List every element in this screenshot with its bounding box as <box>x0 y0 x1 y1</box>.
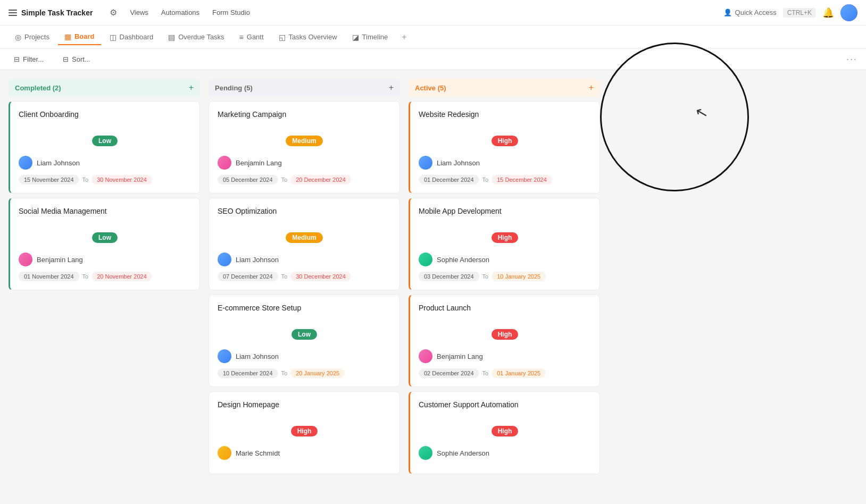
card-dates: 01 November 2024 To 20 November 2024 <box>19 272 191 281</box>
priority-row: Medium <box>218 232 391 248</box>
add-tab-button[interactable]: + <box>396 29 412 45</box>
app-title: Simple Task Tracker <box>21 9 93 17</box>
tab-dashboard[interactable]: ◫ Dashboard <box>103 30 160 45</box>
card-website-redesign[interactable]: Website Redesign High Liam Johnson 01 De… <box>409 101 600 194</box>
date-to: To <box>82 177 89 183</box>
tab-tasks-overview[interactable]: ◱ Tasks Overview <box>272 30 344 45</box>
tab-board[interactable]: ▦ Board <box>58 29 101 45</box>
user-icon: 👤 <box>723 9 732 16</box>
tab-gantt[interactable]: ≡ Gantt <box>233 30 270 45</box>
priority-badge: Low <box>92 232 118 243</box>
app-logo[interactable]: Simple Task Tracker <box>9 9 93 17</box>
tab-overdue-tasks[interactable]: ▤ Overdue Tasks <box>162 30 230 45</box>
nav-form-studio[interactable]: Form Studio <box>212 9 250 16</box>
nav-views[interactable]: Views <box>130 9 148 16</box>
date-to: To <box>281 273 288 280</box>
hamburger-menu[interactable] <box>9 10 17 16</box>
card-assignee: Benjamin Lang <box>419 349 591 363</box>
card-title: E-commerce Store Setup <box>218 304 391 312</box>
assignee-name: Benjamin Lang <box>437 352 483 360</box>
column-add-completed[interactable]: + <box>189 83 194 93</box>
card-title: Website Redesign <box>419 110 591 119</box>
card-title: Social Media Management <box>19 207 191 215</box>
more-options-button[interactable]: ··· <box>846 54 857 64</box>
date-end: 20 January 2025 <box>290 368 345 378</box>
assignee-avatar <box>419 446 432 460</box>
assignee-avatar <box>419 349 432 363</box>
date-to: To <box>482 273 489 280</box>
date-end: 10 January 2025 <box>492 272 546 281</box>
card-title: Marketing Campaign <box>218 110 391 119</box>
assignee-avatar <box>19 156 32 170</box>
card-marketing-campaign[interactable]: Marketing Campaign Medium Benjamin Lang … <box>209 101 400 194</box>
card-design-homepage[interactable]: Design Homepage High Marie Schmidt <box>209 391 400 474</box>
tab-dashboard-label: Dashboard <box>120 33 154 41</box>
nav-center: ⚙ Views Automations Form Studio <box>110 7 250 18</box>
assignee-name: Liam Johnson <box>236 256 279 264</box>
column-add-pending[interactable]: + <box>389 83 394 93</box>
column-pending: Pending (5) + Marketing Campaign Medium … <box>209 79 400 493</box>
assignee-avatar <box>218 253 231 266</box>
tab-timeline[interactable]: ◪ Timeline <box>346 30 395 45</box>
toolbar: ⊟ Filter... ⊟ Sort... ··· <box>0 49 866 70</box>
assignee-name: Sophie Anderson <box>437 256 489 264</box>
assignee-name: Marie Schmidt <box>236 449 280 457</box>
bell-icon[interactable]: 🔔 <box>822 7 834 19</box>
priority-row: High <box>218 426 391 442</box>
search-shortcut[interactable]: CTRL+K <box>783 8 816 18</box>
assignee-name: Sophie Anderson <box>437 449 489 457</box>
priority-row: High <box>419 232 591 248</box>
priority-badge: High <box>492 329 519 340</box>
assignee-name: Benjamin Lang <box>236 159 282 167</box>
card-dates: 10 December 2024 To 20 January 2025 <box>218 368 391 378</box>
date-end: 20 December 2024 <box>290 175 351 184</box>
board-icon: ▦ <box>64 32 71 41</box>
card-assignee: Marie Schmidt <box>218 446 391 460</box>
card-dates: 07 December 2024 To 30 December 2024 <box>218 272 391 281</box>
priority-row: Low <box>218 329 391 345</box>
sort-label: Sort... <box>72 55 90 63</box>
date-start: 15 November 2024 <box>19 175 79 184</box>
card-ecommerce-store[interactable]: E-commerce Store Setup Low Liam Johnson … <box>209 295 400 387</box>
card-social-media[interactable]: Social Media Management Low Benjamin Lan… <box>9 198 200 290</box>
date-start: 03 December 2024 <box>419 272 479 281</box>
card-dates: 15 November 2024 To 30 November 2024 <box>19 175 191 184</box>
card-title: SEO Optimization <box>218 207 391 215</box>
date-end: 15 December 2024 <box>492 175 552 184</box>
card-client-onboarding[interactable]: Client Onboarding Low Liam Johnson 15 No… <box>9 101 200 194</box>
card-seo-optimization[interactable]: SEO Optimization Medium Liam Johnson 07 … <box>209 198 400 290</box>
quick-access-button[interactable]: 👤 Quick Access <box>723 9 777 16</box>
card-assignee: Liam Johnson <box>218 349 391 363</box>
assignee-name: Liam Johnson <box>37 159 80 167</box>
priority-badge: High <box>291 426 318 436</box>
sort-button[interactable]: ⊟ Sort... <box>57 53 96 65</box>
date-end: 30 November 2024 <box>91 175 152 184</box>
date-end: 20 November 2024 <box>91 272 152 281</box>
card-title: Customer Support Automation <box>419 400 591 409</box>
card-assignee: Sophie Anderson <box>419 253 591 266</box>
date-start: 02 December 2024 <box>419 368 479 378</box>
overdue-icon: ▤ <box>168 33 175 41</box>
column-completed: Completed (2) + Client Onboarding Low Li… <box>9 79 200 493</box>
date-end: 30 December 2024 <box>290 272 351 281</box>
nav-automations[interactable]: Automations <box>161 9 199 16</box>
column-add-active[interactable]: + <box>589 83 594 93</box>
tab-projects[interactable]: ◎ Projects <box>9 30 56 45</box>
priority-badge: High <box>492 426 519 436</box>
priority-badge: Medium <box>286 136 322 146</box>
cards-list-completed: Client Onboarding Low Liam Johnson 15 No… <box>9 101 200 493</box>
card-mobile-app[interactable]: Mobile App Development High Sophie Ander… <box>409 198 600 290</box>
user-avatar[interactable] <box>840 4 857 21</box>
priority-badge: Low <box>92 136 118 146</box>
gear-icon[interactable]: ⚙ <box>110 7 117 18</box>
column-title-active: Active (5) <box>415 84 446 92</box>
filter-icon: ⊟ <box>14 55 20 63</box>
card-product-launch[interactable]: Product Launch High Benjamin Lang 02 Dec… <box>409 295 600 387</box>
filter-button[interactable]: ⊟ Filter... <box>9 53 49 65</box>
date-start: 07 December 2024 <box>218 272 278 281</box>
priority-badge: High <box>492 232 519 243</box>
card-customer-support[interactable]: Customer Support Automation High Sophie … <box>409 391 600 474</box>
assignee-avatar <box>218 446 231 460</box>
date-start: 01 December 2024 <box>419 175 479 184</box>
assignee-avatar <box>19 253 32 266</box>
